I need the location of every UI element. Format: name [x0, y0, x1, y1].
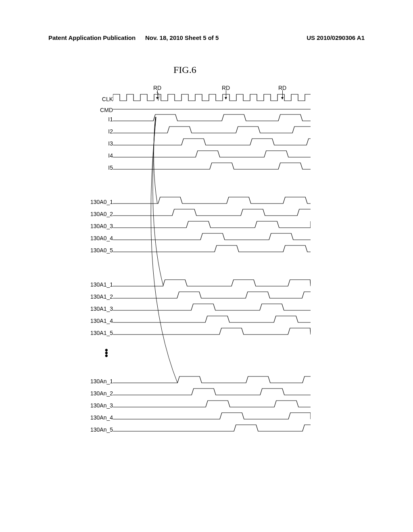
waveform-a0-5: [113, 244, 311, 254]
label-a0-3: 130A0_3: [73, 223, 113, 229]
row-i2: I2: [52, 125, 367, 137]
label-an-4: 130An_4: [73, 414, 113, 421]
row-a1-5: 130A1_5: [52, 326, 367, 339]
waveform-a0-3: [113, 220, 311, 229]
row-a0-4: 130A0_4: [52, 232, 367, 244]
label-cmd: CMD: [73, 107, 113, 113]
waveform-a1-3: [113, 302, 311, 312]
label-an-1: 130An_1: [73, 378, 113, 384]
label-i2: I2: [73, 128, 113, 135]
header-center: Nov. 18, 2010 Sheet 5 of 5: [145, 34, 219, 41]
row-an-4: 130An_4: [52, 411, 367, 423]
waveform-a1-1: [113, 278, 311, 288]
label-a0-5: 130A0_5: [73, 247, 113, 254]
waveform-a1-5: [113, 326, 311, 336]
waveform-i5: [113, 161, 311, 171]
label-i5: I5: [73, 164, 113, 171]
waveform-an-2: [113, 387, 311, 397]
row-a1-2: 130A1_2: [52, 290, 367, 302]
row-a0-3: 130A0_3: [52, 220, 367, 232]
label-clk: CLK: [73, 96, 113, 102]
waveform-cmd: [113, 104, 311, 111]
row-a1-4: 130A1_4: [52, 314, 367, 326]
label-a0-4: 130A0_4: [73, 235, 113, 241]
label-a1-3: 130A1_3: [73, 305, 113, 312]
row-a0-1: 130A0_1: [52, 195, 367, 208]
waveform-a0-4: [113, 232, 311, 241]
waveform-an-4: [113, 411, 311, 421]
label-a0-2: 130A0_2: [73, 211, 113, 217]
header-right: US 2010/0290306 A1: [307, 34, 365, 41]
waveform-a0-1: [113, 195, 311, 205]
label-an-5: 130An_5: [73, 426, 113, 433]
waveform-clk: [113, 93, 311, 102]
waveform-i4: [113, 149, 311, 159]
row-a1-1: 130A1_1: [52, 278, 367, 290]
vertical-ellipsis-icon: •••: [105, 349, 108, 357]
label-a0-1: 130A0_1: [73, 199, 113, 205]
waveform-an-3: [113, 399, 311, 409]
row-i3: I3: [52, 137, 367, 149]
row-clk: CLK: [52, 93, 367, 105]
row-an-3: 130An_3: [52, 399, 367, 411]
label-an-3: 130An_3: [73, 402, 113, 409]
waveform-a1-2: [113, 290, 311, 300]
timing-diagram: RD RD RD CLK CMD I1 I2 I3: [52, 85, 367, 488]
row-an-5: 130An_5: [52, 423, 367, 435]
waveform-i1: [113, 113, 311, 123]
row-a1-3: 130A1_3: [52, 302, 367, 314]
header-left: Patent Application Publication: [48, 34, 136, 41]
label-a1-5: 130A1_5: [73, 330, 113, 336]
label-i1: I1: [73, 116, 113, 123]
waveform-i3: [113, 137, 311, 147]
waveform-a0-2: [113, 208, 311, 217]
row-i4: I4: [52, 149, 367, 161]
row-a0-5: 130A0_5: [52, 244, 367, 256]
label-a1-1: 130A1_1: [73, 281, 113, 288]
row-i5: I5: [52, 161, 367, 173]
page-header: Patent Application Publication Nov. 18, …: [0, 34, 413, 41]
row-i1: I1: [52, 113, 367, 125]
label-a1-4: 130A1_4: [73, 318, 113, 324]
row-a0-2: 130A0_2: [52, 208, 367, 220]
row-an-1: 130An_1: [52, 375, 367, 387]
waveform-an-1: [113, 375, 311, 384]
waveform-an-5: [113, 423, 311, 433]
waveform-a1-4: [113, 314, 311, 324]
label-i3: I3: [73, 140, 113, 147]
waveform-i2: [113, 125, 311, 135]
label-i4: I4: [73, 152, 113, 159]
label-a1-2: 130A1_2: [73, 293, 113, 300]
label-an-2: 130An_2: [73, 390, 113, 397]
row-an-2: 130An_2: [52, 387, 367, 399]
figure-title: FIG.6: [173, 64, 196, 75]
